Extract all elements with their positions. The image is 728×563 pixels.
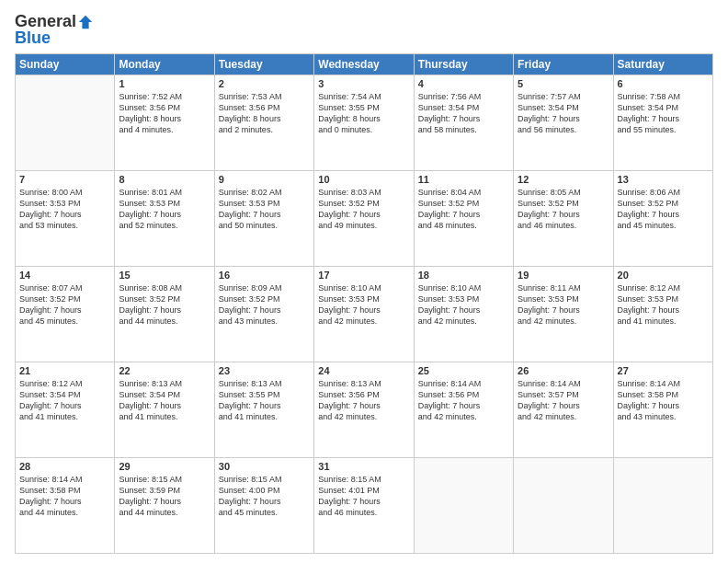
calendar-cell: 17Sunrise: 8:10 AM Sunset: 3:53 PM Dayli…: [314, 266, 414, 362]
calendar-cell: 7Sunrise: 8:00 AM Sunset: 3:53 PM Daylig…: [16, 170, 115, 266]
day-info: Sunrise: 8:09 AM Sunset: 3:52 PM Dayligh…: [219, 282, 310, 327]
day-number: 8: [119, 174, 210, 185]
day-number: 30: [219, 461, 310, 472]
day-number: 23: [219, 365, 310, 376]
day-number: 16: [219, 270, 310, 281]
calendar-cell: 28Sunrise: 8:14 AM Sunset: 3:58 PM Dayli…: [16, 457, 115, 553]
weekday-header-monday: Monday: [115, 53, 214, 75]
day-number: 6: [618, 78, 709, 89]
day-number: 22: [119, 365, 210, 376]
calendar-cell: 11Sunrise: 8:04 AM Sunset: 3:52 PM Dayli…: [414, 170, 513, 266]
calendar-cell: 20Sunrise: 8:12 AM Sunset: 3:53 PM Dayli…: [613, 266, 712, 362]
day-number: 5: [518, 78, 609, 89]
weekday-header-thursday: Thursday: [414, 53, 513, 75]
logo-icon: [77, 14, 94, 30]
day-info: Sunrise: 8:11 AM Sunset: 3:53 PM Dayligh…: [518, 282, 609, 327]
day-number: 15: [119, 270, 210, 281]
calendar-cell: 22Sunrise: 8:13 AM Sunset: 3:54 PM Dayli…: [115, 362, 214, 457]
day-info: Sunrise: 8:05 AM Sunset: 3:52 PM Dayligh…: [518, 187, 609, 232]
day-info: Sunrise: 8:08 AM Sunset: 3:52 PM Dayligh…: [119, 282, 210, 327]
day-info: Sunrise: 7:53 AM Sunset: 3:56 PM Dayligh…: [219, 91, 310, 136]
logo: General Blue: [15, 13, 94, 48]
day-number: 25: [418, 365, 509, 376]
day-info: Sunrise: 7:58 AM Sunset: 3:54 PM Dayligh…: [618, 91, 709, 136]
calendar-cell: 10Sunrise: 8:03 AM Sunset: 3:52 PM Dayli…: [314, 170, 414, 266]
header: General Blue: [15, 9, 713, 48]
page: General Blue SundayMondayTuesdayWednesda…: [0, 0, 728, 563]
day-number: 11: [418, 174, 509, 185]
day-info: Sunrise: 8:14 AM Sunset: 3:57 PM Dayligh…: [518, 378, 609, 423]
calendar-cell: 1Sunrise: 7:52 AM Sunset: 3:56 PM Daylig…: [115, 75, 214, 170]
calendar-cell: 3Sunrise: 7:54 AM Sunset: 3:55 PM Daylig…: [314, 75, 414, 170]
weekday-header-wednesday: Wednesday: [314, 53, 414, 75]
calendar-cell: 16Sunrise: 8:09 AM Sunset: 3:52 PM Dayli…: [214, 266, 313, 362]
day-info: Sunrise: 8:10 AM Sunset: 3:53 PM Dayligh…: [318, 282, 409, 327]
day-number: 27: [618, 365, 709, 376]
calendar-cell: 27Sunrise: 8:14 AM Sunset: 3:58 PM Dayli…: [613, 362, 712, 457]
day-number: 9: [219, 174, 310, 185]
calendar-cell: 25Sunrise: 8:14 AM Sunset: 3:56 PM Dayli…: [414, 362, 513, 457]
calendar-cell: 8Sunrise: 8:01 AM Sunset: 3:53 PM Daylig…: [115, 170, 214, 266]
calendar-cell: 26Sunrise: 8:14 AM Sunset: 3:57 PM Dayli…: [514, 362, 613, 457]
day-number: 14: [19, 270, 110, 281]
day-number: 19: [518, 270, 609, 281]
week-row-3: 14Sunrise: 8:07 AM Sunset: 3:52 PM Dayli…: [16, 266, 713, 362]
day-number: 2: [219, 78, 310, 89]
calendar-cell: 18Sunrise: 8:10 AM Sunset: 3:53 PM Dayli…: [414, 266, 513, 362]
day-number: 28: [19, 461, 110, 472]
day-info: Sunrise: 8:03 AM Sunset: 3:52 PM Dayligh…: [318, 187, 409, 232]
calendar-cell: [613, 457, 712, 553]
day-info: Sunrise: 8:14 AM Sunset: 3:58 PM Dayligh…: [19, 474, 110, 519]
day-number: 20: [618, 270, 709, 281]
calendar-cell: 5Sunrise: 7:57 AM Sunset: 3:54 PM Daylig…: [514, 75, 613, 170]
weekday-header-row: SundayMondayTuesdayWednesdayThursdayFrid…: [16, 53, 713, 75]
day-number: 1: [119, 78, 210, 89]
day-info: Sunrise: 8:13 AM Sunset: 3:56 PM Dayligh…: [318, 378, 409, 423]
day-info: Sunrise: 7:54 AM Sunset: 3:55 PM Dayligh…: [318, 91, 409, 136]
day-number: 10: [318, 174, 409, 185]
day-info: Sunrise: 7:52 AM Sunset: 3:56 PM Dayligh…: [119, 91, 210, 136]
calendar-table: SundayMondayTuesdayWednesdayThursdayFrid…: [15, 53, 713, 554]
weekday-header-tuesday: Tuesday: [214, 53, 313, 75]
day-number: 3: [318, 78, 409, 89]
day-number: 7: [19, 174, 110, 185]
day-info: Sunrise: 8:01 AM Sunset: 3:53 PM Dayligh…: [119, 187, 210, 232]
day-info: Sunrise: 7:56 AM Sunset: 3:54 PM Dayligh…: [418, 91, 509, 136]
calendar-cell: 21Sunrise: 8:12 AM Sunset: 3:54 PM Dayli…: [16, 362, 115, 457]
calendar-cell: 31Sunrise: 8:15 AM Sunset: 4:01 PM Dayli…: [314, 457, 414, 553]
calendar-cell: 12Sunrise: 8:05 AM Sunset: 3:52 PM Dayli…: [514, 170, 613, 266]
day-info: Sunrise: 8:12 AM Sunset: 3:53 PM Dayligh…: [618, 282, 709, 327]
weekday-header-sunday: Sunday: [16, 53, 115, 75]
calendar-cell: 24Sunrise: 8:13 AM Sunset: 3:56 PM Dayli…: [314, 362, 414, 457]
day-info: Sunrise: 8:02 AM Sunset: 3:53 PM Dayligh…: [219, 187, 310, 232]
calendar-cell: 9Sunrise: 8:02 AM Sunset: 3:53 PM Daylig…: [214, 170, 313, 266]
calendar-cell: [414, 457, 513, 553]
day-info: Sunrise: 8:13 AM Sunset: 3:55 PM Dayligh…: [219, 378, 310, 423]
calendar-cell: 4Sunrise: 7:56 AM Sunset: 3:54 PM Daylig…: [414, 75, 513, 170]
day-number: 18: [418, 270, 509, 281]
day-number: 26: [518, 365, 609, 376]
calendar-cell: 19Sunrise: 8:11 AM Sunset: 3:53 PM Dayli…: [514, 266, 613, 362]
weekday-header-friday: Friday: [514, 53, 613, 75]
calendar-cell: 14Sunrise: 8:07 AM Sunset: 3:52 PM Dayli…: [16, 266, 115, 362]
calendar-cell: 6Sunrise: 7:58 AM Sunset: 3:54 PM Daylig…: [613, 75, 712, 170]
calendar-cell: 30Sunrise: 8:15 AM Sunset: 4:00 PM Dayli…: [214, 457, 313, 553]
day-info: Sunrise: 8:00 AM Sunset: 3:53 PM Dayligh…: [19, 187, 110, 232]
calendar-cell: 13Sunrise: 8:06 AM Sunset: 3:52 PM Dayli…: [613, 170, 712, 266]
day-info: Sunrise: 8:14 AM Sunset: 3:58 PM Dayligh…: [618, 378, 709, 423]
day-info: Sunrise: 8:13 AM Sunset: 3:54 PM Dayligh…: [119, 378, 210, 423]
calendar-cell: 29Sunrise: 8:15 AM Sunset: 3:59 PM Dayli…: [115, 457, 214, 553]
day-number: 24: [318, 365, 409, 376]
day-info: Sunrise: 8:12 AM Sunset: 3:54 PM Dayligh…: [19, 378, 110, 423]
logo-blue: Blue: [15, 29, 94, 48]
day-number: 21: [19, 365, 110, 376]
day-info: Sunrise: 8:14 AM Sunset: 3:56 PM Dayligh…: [418, 378, 509, 423]
calendar-cell: 2Sunrise: 7:53 AM Sunset: 3:56 PM Daylig…: [214, 75, 313, 170]
day-number: 29: [119, 461, 210, 472]
day-info: Sunrise: 8:15 AM Sunset: 4:01 PM Dayligh…: [318, 474, 409, 519]
day-info: Sunrise: 8:07 AM Sunset: 3:52 PM Dayligh…: [19, 282, 110, 327]
week-row-4: 21Sunrise: 8:12 AM Sunset: 3:54 PM Dayli…: [16, 362, 713, 457]
day-number: 12: [518, 174, 609, 185]
week-row-2: 7Sunrise: 8:00 AM Sunset: 3:53 PM Daylig…: [16, 170, 713, 266]
day-info: Sunrise: 7:57 AM Sunset: 3:54 PM Dayligh…: [518, 91, 609, 136]
